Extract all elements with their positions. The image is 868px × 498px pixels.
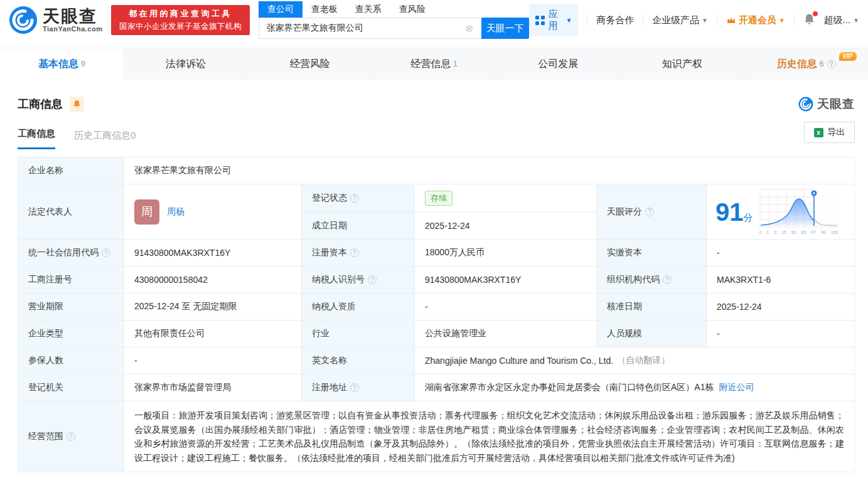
help-icon[interactable]: ? [350, 194, 359, 203]
divider [794, 15, 795, 25]
subscribe-bell-button[interactable] [69, 97, 84, 112]
crown-icon [726, 16, 736, 24]
field-org-code-label: 组织机构代码? [597, 267, 707, 293]
nav-enterprise-label: 企业级产品 [652, 14, 699, 26]
clear-input-icon[interactable]: ⊗ [465, 18, 481, 39]
tab-legal[interactable]: 法律诉讼 [124, 48, 249, 80]
field-reg-status-label: 登记状态? [302, 184, 415, 211]
promo-banner: 都在用的商业查询工具 国家中小企业发展子基金旗下机构 [111, 5, 249, 35]
field-paid-capital-value: - [707, 240, 855, 266]
status-badge: 存续 [425, 191, 453, 206]
field-scope-label: 经营范围? [18, 401, 124, 472]
field-org-code-value: MAK3RXT1-6 [707, 267, 855, 293]
brand-name: 天眼查 [43, 8, 102, 25]
field-insured-label: 参保人数 [18, 347, 124, 374]
tab-company-development[interactable]: 公司发展 [496, 48, 621, 80]
nav-enterprise-products[interactable]: 企业级产品 ▼ [652, 14, 708, 26]
legal-rep-link[interactable]: 周杨 [167, 206, 185, 218]
export-button[interactable]: x 导出 [804, 122, 855, 143]
field-insured-value: - [124, 347, 302, 374]
search-tab-relation[interactable]: 查关系 [346, 1, 390, 18]
nav-apps-label: 应用 [549, 8, 562, 32]
legal-rep-avatar[interactable]: 周 [134, 199, 159, 225]
field-reg-capital-label: 注册资本? [302, 240, 415, 266]
bell-icon [73, 100, 81, 109]
field-score-label: 天眼评分? [597, 184, 707, 239]
search-tab-boss[interactable]: 查老板 [303, 1, 346, 18]
search-input[interactable] [259, 18, 481, 39]
tianyancha-logo-icon [798, 97, 813, 112]
help-icon[interactable]: ? [102, 248, 110, 257]
score-unit: 分 [744, 212, 753, 223]
apps-grid-icon [535, 16, 545, 25]
field-reg-status-value: 存续 [415, 184, 596, 211]
chevron-down-icon: ▼ [779, 17, 785, 24]
chevron-down-icon: ▼ [853, 17, 859, 24]
field-en-name-label: 英文名称 [302, 347, 415, 374]
nav-super-vip[interactable]: 超级... ▼ [824, 14, 859, 26]
field-paid-capital-label: 实缴资本 [597, 240, 707, 266]
nav-apps[interactable]: 应用 ▼ [529, 4, 579, 36]
score-axis-ticks: 01 315 5085 9799 100 [759, 230, 839, 235]
tab-basic-info-label: 基本信息 [38, 58, 78, 71]
tab-operation-info[interactable]: 经营信息 1 [372, 48, 496, 80]
subtab-business-info[interactable]: 工商信息 [18, 128, 55, 149]
tab-operation-info-label: 经营信息 [410, 58, 451, 71]
tianyancha-logo-icon [9, 6, 38, 34]
field-staff-size-value: - [707, 321, 855, 347]
nav-business-coop-label: 商务合作 [596, 14, 634, 26]
watermark-logo: 天眼查 [798, 96, 855, 112]
search-button[interactable]: 天眼一下 [481, 18, 529, 39]
field-legal-rep-label: 法定代表人 [18, 184, 124, 239]
tab-history-info[interactable]: VIP 历史信息 6 ? [744, 48, 868, 80]
search-tab-risk[interactable]: 查风险 [390, 1, 434, 18]
header-nav: 应用 ▼ 商务合作 企业级产品 ▼ 开通会员 ▼ 超 [529, 4, 859, 36]
field-approval-date-label: 核准日期 [597, 294, 707, 320]
tianyancha-logo[interactable]: 天眼查 TianYanCha.com [9, 6, 102, 34]
field-est-date-value: 2025-12-24 [415, 212, 596, 239]
field-legal-rep-value: 周 周杨 [124, 184, 302, 239]
field-approval-date-value: 2025-12-24 [707, 294, 855, 320]
chevron-down-icon: ▼ [565, 17, 572, 24]
nav-open-vip[interactable]: 开通会员 ▼ [726, 14, 785, 26]
field-taxpayer-qual-label: 纳税人资质 [302, 294, 415, 320]
top-header: 天眼查 TianYanCha.com 都在用的商业查询工具 国家中小企业发展子基… [0, 0, 868, 40]
divider [587, 15, 587, 25]
field-company-type-value: 其他有限责任公司 [124, 321, 302, 347]
field-uscc-label: 统一社会信用代码? [18, 240, 124, 266]
field-industry-value: 公共设施管理业 [415, 321, 597, 347]
help-icon[interactable]: ? [368, 275, 377, 284]
nav-business-coop[interactable]: 商务合作 [596, 14, 634, 26]
field-est-date-label: 成立日期 [302, 212, 415, 239]
notification-bell[interactable] [803, 13, 815, 28]
divider [643, 15, 643, 25]
tab-company-development-label: 公司发展 [538, 58, 578, 71]
help-icon[interactable]: ? [645, 208, 654, 216]
field-company-name-label: 企业名称 [18, 157, 124, 184]
subtab-history-business-info[interactable]: 历史工商信息0 [74, 130, 136, 149]
field-industry-label: 行业 [302, 321, 415, 347]
nav-super-vip-label: 超级... [824, 14, 851, 26]
divider [717, 15, 717, 25]
help-icon[interactable]: ? [663, 275, 672, 284]
promo-line1: 都在用的商业查询工具 [129, 8, 232, 19]
tab-intellectual-property[interactable]: 知识产权 [621, 48, 745, 80]
help-icon[interactable]: ? [350, 248, 359, 257]
score-value: 91 [715, 198, 744, 226]
tab-operation-risk[interactable]: 经营风险 [248, 48, 372, 80]
help-icon[interactable]: ? [350, 383, 359, 392]
help-icon[interactable]: ? [67, 432, 75, 441]
field-reg-authority-value: 张家界市市场监督管理局 [124, 374, 302, 401]
field-staff-size-label: 人员规模 [597, 321, 707, 347]
search-tab-company[interactable]: 查公司 [259, 1, 303, 18]
watermark-text: 天眼查 [817, 96, 855, 112]
tab-legal-label: 法律诉讼 [166, 58, 206, 71]
nearby-companies-link[interactable]: 附近公司 [719, 382, 754, 393]
help-icon[interactable]: ? [827, 60, 836, 68]
tab-basic-info[interactable]: 基本信息 9 [0, 48, 124, 80]
field-reg-addr-label: 注册地址? [302, 374, 415, 401]
nav-open-vip-label: 开通会员 [739, 14, 776, 26]
tab-count: 6 [820, 60, 824, 68]
field-biz-term-label: 营业期限 [18, 294, 124, 320]
field-reg-no-value: 430800000158042 [124, 267, 302, 293]
